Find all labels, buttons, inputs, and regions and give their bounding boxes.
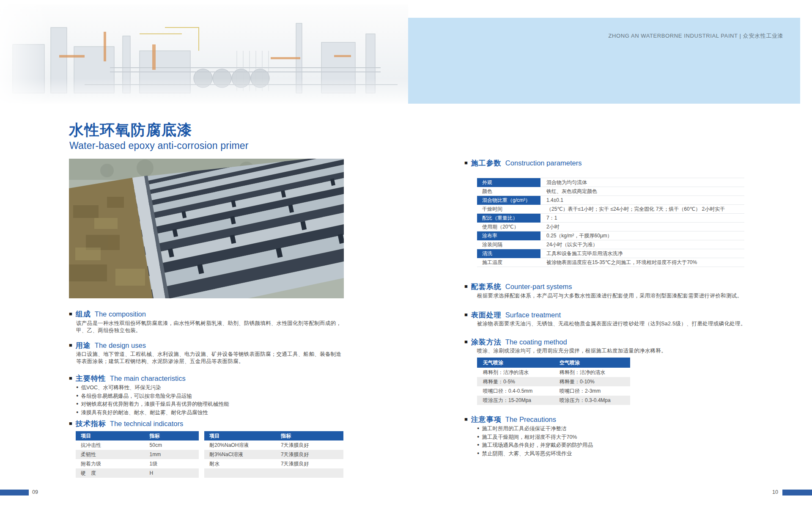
param-value: （25℃）表干≤1小时；实干 ≤24小时；完全固化 7天；烘干（60℃） 2小时… [540, 205, 744, 214]
table-row: 涂布率0.25（kg/m²，干膜厚60μm） [477, 231, 744, 240]
table-row: 耐3%NaCl溶液7天漆膜良好 [204, 450, 343, 459]
page-number-left: 09 [32, 489, 38, 495]
technical-indicators-table: 项目 指标 抗冲击性50cm 柔韧性1mm 附着力级1级 硬 度H 项目 指标 … [76, 431, 343, 478]
bullet-item: 漆膜具有良好的耐油、耐水、耐盐雾、耐化学品腐蚀性 [76, 408, 229, 417]
table-row: 颜色铁红、灰色或商定颜色 [477, 187, 744, 196]
table-row [204, 468, 343, 478]
section-title-en: The Precautions [505, 416, 556, 423]
table-row: 干燥时间（25℃）表干≤1小时；实干 ≤24小时；完全固化 7天；烘干（60℃）… [477, 205, 744, 214]
cell-value: 7天漆膜良好 [281, 442, 343, 449]
table-row: 喷涂压力：15-20Mpa喷涂压力：0.3-0.4Mpa [477, 396, 630, 405]
steel-structure-photo [69, 159, 344, 298]
param-value: 混合物为均匀流体 [540, 178, 744, 187]
section-marker-square: ■ [464, 283, 468, 289]
factory-photo [0, 4, 408, 104]
section-heading-characteristics: ■主要特性The main characteristics [69, 374, 186, 383]
section-title-en: The design uses [95, 341, 146, 349]
table-row: 配比（重量比）7：1 [477, 214, 744, 223]
param-label: 干燥时间 [477, 205, 540, 214]
construction-parameters-table: 外观混合物为均匀流体 颜色铁红、灰色或商定颜色 混合物比重（g/cm³）1.4±… [477, 178, 744, 267]
section-heading-construction: ■施工参数Construction parameters [464, 158, 582, 168]
technical-table-left: 项目 指标 抗冲击性50cm 柔韧性1mm 附着力级1级 硬 度H [76, 431, 199, 478]
param-label: 涂装间隔 [477, 240, 540, 249]
table-row: 施工温度被涂物表面温度应在15-35℃之间施工，环境相对湿度不得大于70% [477, 258, 744, 267]
cell-item: 耐水 [204, 460, 281, 468]
section-title-zh: 组成 [76, 310, 91, 318]
bullet-item: 施工时所用的工具必须保证干净整洁 [477, 424, 593, 433]
param-value: 铁红、灰色或商定颜色 [540, 187, 744, 196]
param-label: 施工温度 [477, 258, 540, 267]
composition-body: 该产品是一种水性双组份环氧防腐底漆，由水性环氧树脂乳液、助剂、防锈颜填料、水性固… [76, 320, 345, 334]
surface-body: 被涂物表面要求无油污、无锈蚀、无疏松物质金属表面应进行喷砂处理（达到Sa2.5级… [477, 320, 752, 328]
section-marker-square: ■ [69, 342, 72, 348]
cell-value: 喷涂压力：0.3-0.4Mpa [554, 397, 630, 404]
column-header: 空气喷涂 [554, 359, 630, 366]
counterpart-body: 根据要求选择配套体系，本产品可与大多数水性面漆进行配套使用，采用溶剂型面漆配套需… [477, 292, 752, 300]
cell-item: 硬 度 [76, 470, 150, 477]
cell-value: 50cm [150, 442, 199, 448]
section-title-zh: 注意事项 [471, 416, 502, 424]
section-title-zh: 涂装方法 [471, 338, 502, 346]
cell-value: 喷嘴口径：2-3mm [554, 388, 630, 395]
section-title-zh: 技术指标 [76, 420, 106, 428]
technical-table-right: 项目 指标 耐20%NaOH溶液7天漆膜良好 耐3%NaCl溶液7天漆膜良好 耐… [204, 431, 343, 478]
section-marker-square: ■ [464, 339, 468, 345]
cell-value: H [150, 470, 199, 476]
section-title-en: Counter-part systems [505, 283, 572, 290]
cell-item: 抗冲击性 [76, 442, 150, 449]
table-row: 涂装间隔24小时（以实干为准） [477, 240, 744, 249]
section-title-zh: 用途 [76, 341, 91, 350]
cell-item: 柔韧性 [76, 451, 150, 458]
cell-value: 稀释剂：洁净的清水 [477, 369, 554, 376]
table-row: 喷嘴口径：0.4-0.5mm喷嘴口径：2-3mm [477, 386, 630, 396]
section-marker-square: ■ [69, 420, 72, 427]
section-heading-technical: ■技术指标The technical indicators [69, 419, 183, 429]
section-title-en: The main characteristics [110, 374, 186, 382]
section-marker-square: ■ [69, 375, 72, 381]
table-row: 柔韧性1mm [76, 450, 199, 459]
param-label: 配比（重量比） [477, 214, 540, 223]
precautions-bullet-list: 施工时所用的工具必须保证干净整洁 施工及干燥期间，相对湿度不得大于70% 施工现… [477, 424, 593, 457]
table-row: 耐水7天漆膜良好 [204, 459, 343, 468]
param-value: 0.25（kg/m²，干膜厚60μm） [540, 231, 744, 240]
table-header-row: 项目 指标 [76, 431, 199, 440]
section-title-zh: 施工参数 [471, 159, 502, 167]
factory-photo-illustration [0, 4, 408, 104]
section-marker-square: ■ [464, 160, 468, 166]
section-title-en: Surface treatment [505, 311, 561, 319]
bullet-item: 低VOC、水可稀释性、环保无污染 [76, 383, 229, 392]
cell-item: 附着力级 [76, 460, 150, 468]
table-header-row: 无气喷涂 空气喷涂 [477, 358, 630, 368]
bullet-item: 施工现场通风条件良好，并穿戴必要的防护用品 [477, 441, 593, 449]
bullet-item: 禁止阴雨、大雾、大风等恶劣环境作业 [477, 449, 593, 458]
param-label: 使用期（20℃） [477, 223, 540, 231]
table-row: 稀释剂：洁净的清水稀释剂：洁净的清水 [477, 368, 630, 377]
coating-method-table: 无气喷涂 空气喷涂 稀释剂：洁净的清水稀释剂：洁净的清水 稀释量：0-5%稀释量… [477, 358, 630, 405]
section-heading-composition: ■组成The composition [69, 309, 146, 319]
table-row: 抗冲击性50cm [76, 440, 199, 450]
table-row: 硬 度H [76, 468, 199, 478]
section-title-zh: 主要特性 [76, 374, 106, 383]
footer-bar-left [0, 490, 29, 495]
cell-value: 1mm [150, 451, 199, 457]
section-heading-uses: ■用途The design uses [69, 341, 146, 350]
param-value: 工具和设备施工完毕后用清水洗净 [540, 249, 744, 258]
coating-body: 喷涂、涂刷或浸涂均可，使用前应充分搅拌，根据施工粘度加适量的净水稀释。 [477, 347, 752, 355]
column-header: 项目 [204, 432, 281, 440]
cell-item: 耐20%NaOH溶液 [204, 442, 281, 449]
section-heading-coating: ■涂装方法The coating method [464, 337, 567, 347]
cell-item: 耐3%NaCl溶液 [204, 451, 281, 458]
section-title-en: The coating method [505, 338, 567, 346]
page-title-en: Water-based epoxy anti-corrosion primer [69, 140, 249, 151]
cell-value: 喷嘴口径：0.4-0.5mm [477, 388, 554, 395]
bullet-item: 各组份非易燃易爆品，可以按非危险化学品运输 [76, 392, 229, 400]
section-title-zh: 配套系统 [471, 283, 502, 291]
section-title-en: Construction parameters [505, 159, 582, 167]
param-value: 7：1 [540, 214, 744, 223]
column-header: 项目 [76, 432, 150, 440]
page-number-right: 10 [772, 489, 778, 495]
table-row: 耐20%NaOH溶液7天漆膜良好 [204, 440, 343, 450]
param-label: 涂布率 [477, 231, 540, 240]
column-header: 指标 [150, 432, 199, 440]
section-heading-surface: ■表面处理Surface treatment [464, 310, 561, 320]
